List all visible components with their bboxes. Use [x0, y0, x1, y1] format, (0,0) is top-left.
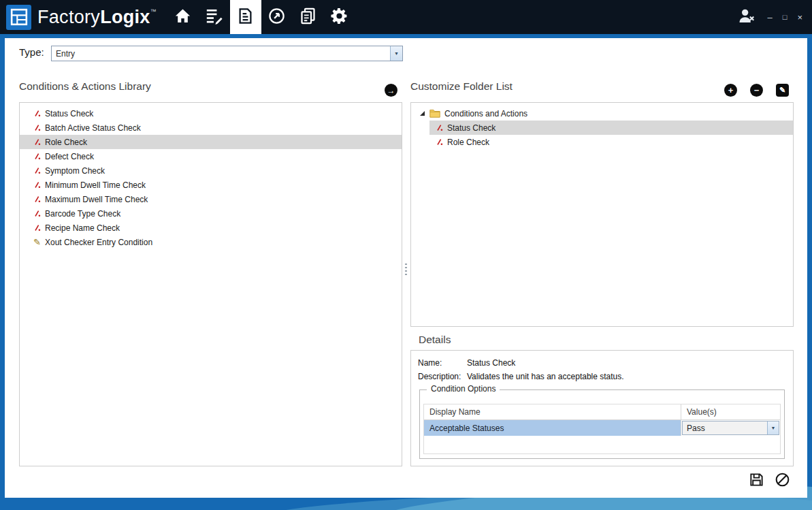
trademark: ™ [150, 8, 157, 15]
description-label: Description: [418, 372, 461, 381]
library-item[interactable]: ✎ Xout Checker Entry Condition [20, 235, 402, 249]
window-controls: – □ × [768, 13, 802, 22]
library-item-selected[interactable]: Role Check [20, 135, 402, 149]
chevron-down-icon[interactable]: ▼ [767, 421, 779, 434]
library-icon [236, 7, 255, 28]
details-panel: Name: Status Check Description: Validate… [410, 350, 794, 466]
condition-icon [32, 109, 42, 118]
value-dropdown[interactable]: Pass ▼ [682, 421, 779, 435]
close-button[interactable]: × [797, 13, 802, 22]
cancel-slash-icon [775, 472, 790, 490]
brand-factory: Factory [37, 7, 100, 27]
library-item-label: Xout Checker Entry Condition [45, 238, 152, 247]
cancel-button[interactable] [774, 473, 790, 489]
name-value: Status Check [467, 358, 515, 368]
condition-options-title: Condition Options [427, 384, 500, 394]
column-header-values: Value(s) [681, 404, 780, 419]
type-dropdown-value: Entry [52, 46, 390, 61]
nav-documents-button[interactable] [293, 0, 324, 34]
tree-item-label: Status Check [447, 123, 496, 133]
tree-root-label: Conditions and Actions [444, 109, 527, 118]
column-header-display-name: Display Name [424, 404, 681, 419]
table-header-row: Display Name Value(s) [424, 404, 780, 420]
remove-button[interactable]: − [750, 84, 763, 97]
library-item[interactable]: Batch Active Status Check [20, 121, 402, 135]
nav-settings-button[interactable] [324, 0, 355, 34]
condition-icon [32, 152, 42, 161]
condition-options-table: Display Name Value(s) Acceptable Statuse… [423, 404, 781, 454]
transfer-right-button[interactable]: → [385, 84, 397, 97]
library-item-label: Batch Active Status Check [45, 123, 141, 133]
minimize-button[interactable]: – [768, 13, 773, 22]
tree-item-selected[interactable]: Status Check [429, 121, 793, 135]
library-item[interactable]: Recipe Name Check [20, 221, 402, 235]
library-item[interactable]: Minimum Dwell Time Check [20, 178, 402, 192]
library-item[interactable]: Status Check [20, 106, 402, 121]
save-floppy-icon [749, 472, 764, 490]
condition-icon [32, 138, 42, 146]
chevron-down-icon[interactable]: ▼ [390, 46, 402, 61]
tree-item-label: Role Check [447, 138, 489, 147]
library-item[interactable]: Symptom Check [20, 163, 402, 178]
details-section-title: Details [419, 334, 451, 346]
logout-user-button[interactable] [735, 5, 758, 29]
splitter-grip[interactable] [405, 264, 407, 277]
gear-icon [329, 6, 349, 29]
library-item-label: Minimum Dwell Time Check [45, 180, 146, 190]
brand-logix: Logix [100, 7, 150, 27]
documents-copy-icon [299, 7, 317, 28]
tree-item[interactable]: Role Check [429, 135, 793, 149]
condition-icon [32, 209, 42, 218]
library-item-label: Recipe Name Check [45, 223, 120, 233]
home-icon [174, 7, 192, 28]
edit-button[interactable]: ✎ [776, 84, 789, 97]
library-item-label: Barcode Type Check [45, 209, 120, 219]
folder-tree: Conditions and Actions Status Check Role… [410, 102, 794, 327]
tree-root-row[interactable]: Conditions and Actions [411, 106, 793, 121]
titlebar-right: – □ × [735, 5, 812, 29]
condition-icon [32, 180, 42, 189]
library-section-title: Conditions & Actions Library [19, 80, 151, 93]
library-item[interactable]: Barcode Type Check [20, 206, 402, 221]
condition-options-group: Condition Options Display Name Value(s) … [419, 389, 785, 459]
maximize-button[interactable]: □ [783, 14, 787, 21]
app-title: FactoryLogix™ [37, 7, 157, 28]
description-value: Validates the unit has an acceptable sta… [467, 372, 624, 381]
add-button[interactable]: + [724, 84, 737, 97]
main-nav [167, 0, 355, 34]
condition-icon [32, 195, 42, 204]
condition-icon [434, 138, 444, 146]
folder-list-section-title: Customize Folder List [410, 80, 513, 93]
option-display-name-cell[interactable]: Acceptable Statuses [424, 420, 681, 436]
nav-compose-button[interactable] [199, 0, 230, 34]
factorylogix-window: FactoryLogix™ [0, 0, 812, 510]
nav-library-button-active[interactable] [230, 0, 261, 34]
library-item[interactable]: Defect Check [20, 149, 402, 163]
library-item-label: Symptom Check [45, 166, 105, 176]
condition-icon [32, 223, 42, 232]
library-item-label: Defect Check [45, 152, 94, 161]
type-dropdown[interactable]: Entry ▼ [51, 46, 403, 61]
condition-icon [434, 123, 444, 132]
condition-icon [32, 166, 42, 175]
table-row[interactable]: Acceptable Statuses Pass ▼ [424, 420, 780, 436]
library-item-label: Maximum Dwell Time Check [45, 195, 148, 204]
folder-icon [429, 109, 440, 118]
nav-navigate-button[interactable] [261, 0, 293, 34]
expander-icon[interactable] [418, 110, 426, 116]
edit-list-icon [205, 7, 223, 28]
library-item[interactable]: Maximum Dwell Time Check [20, 192, 402, 206]
factorylogix-logo-icon [6, 5, 31, 30]
user-x-icon [737, 6, 756, 28]
navigate-circle-icon [267, 7, 286, 28]
library-item-label: Status Check [45, 109, 93, 118]
save-button[interactable] [748, 473, 764, 489]
option-value-cell: Pass ▼ [681, 420, 780, 436]
condition-icon [32, 123, 42, 132]
value-dropdown-value: Pass [683, 421, 767, 434]
type-label: Type: [19, 46, 44, 58]
main-content: Type: Entry ▼ Conditions & Actions Libra… [5, 38, 807, 498]
titlebar: FactoryLogix™ [0, 0, 812, 34]
nav-home-button[interactable] [167, 0, 199, 34]
custom-condition-pen-icon: ✎ [32, 238, 42, 246]
